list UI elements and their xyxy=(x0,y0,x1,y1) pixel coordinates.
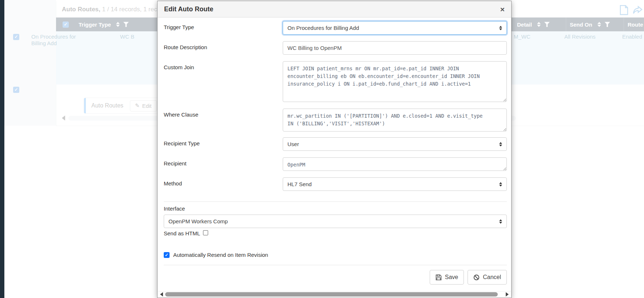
route-description-input[interactable] xyxy=(283,41,507,55)
method-label: Method xyxy=(164,177,283,191)
select-caret-icon xyxy=(499,26,502,30)
where-clause-label: Where Clause xyxy=(164,109,283,132)
section-divider xyxy=(164,201,507,202)
trigger-type-select[interactable]: On Procedures for Billing Add xyxy=(283,21,507,35)
floppy-disk-icon xyxy=(436,274,442,281)
cancel-button[interactable]: Cancel xyxy=(468,270,507,285)
dialog-header: Edit Auto Route × xyxy=(158,1,511,17)
interface-select[interactable]: OpenPM Workers Comp xyxy=(164,215,507,228)
where-clause-textarea[interactable]: mr.wc_partition IN ('[PARTITION]') AND e… xyxy=(283,109,507,132)
select-caret-icon xyxy=(499,142,502,146)
close-icon[interactable]: × xyxy=(500,5,505,13)
dialog-title: Edit Auto Route xyxy=(164,5,213,13)
save-button[interactable]: Save xyxy=(430,270,464,285)
scroll-left-icon[interactable] xyxy=(160,292,163,297)
ban-icon xyxy=(473,274,480,281)
auto-resend-checkbox[interactable]: ✓ xyxy=(164,252,170,258)
trigger-type-label: Trigger Type xyxy=(164,21,283,35)
recipient-label: Recipient xyxy=(164,157,283,171)
send-as-html-label: Send as HTML xyxy=(164,230,200,236)
route-description-label: Route Description xyxy=(164,41,283,55)
scroll-right-icon[interactable] xyxy=(506,292,509,297)
custom-join-textarea[interactable]: LEFT JOIN patient_mrns mr ON mr.pat_id=e… xyxy=(283,61,507,102)
select-caret-icon xyxy=(499,182,502,187)
custom-join-label: Custom Join xyxy=(164,61,283,102)
select-caret-icon xyxy=(499,219,502,224)
method-select[interactable]: HL7 Send xyxy=(283,177,507,191)
auto-resend-label: Automatically Resend on Item Revision xyxy=(173,252,268,258)
scrollbar-track[interactable] xyxy=(165,292,504,297)
interface-label: Interface xyxy=(164,205,507,212)
recipient-type-label: Recipient Type xyxy=(164,137,283,151)
left-nav-rail xyxy=(0,0,4,298)
send-as-html-checkbox[interactable] xyxy=(203,230,208,235)
edit-auto-route-dialog: Edit Auto Route × Trigger Type On Proced… xyxy=(157,1,512,298)
scrollbar-thumb[interactable] xyxy=(165,292,498,297)
footer-divider xyxy=(164,265,507,265)
recipient-textarea[interactable]: OpenPM xyxy=(283,157,507,171)
dialog-horizontal-scrollbar[interactable] xyxy=(158,291,511,297)
recipient-type-select[interactable]: User xyxy=(283,137,507,151)
